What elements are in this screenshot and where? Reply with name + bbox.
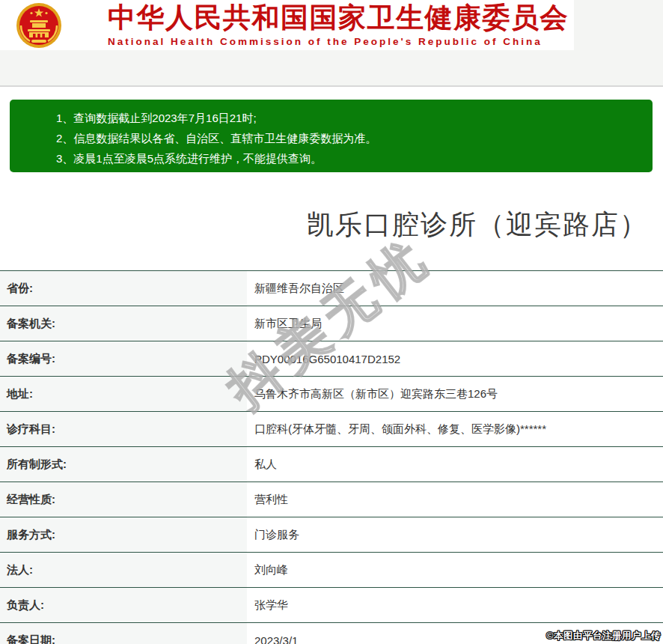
field-value: 刘向峰 bbox=[247, 553, 663, 587]
site-title-chinese: 中华人民共和国国家卫生健康委员会 bbox=[108, 3, 569, 34]
field-value: 新市区卫生局 bbox=[247, 306, 663, 341]
table-row-address: 地址: 乌鲁木齐市高新区（新市区）迎宾路东三巷126号 bbox=[0, 376, 663, 411]
upload-attribution-badge: ©本图由平台注册用户上传 bbox=[546, 630, 661, 643]
field-value: 新疆维吾尔自治区 bbox=[247, 271, 663, 306]
field-value: 营利性 bbox=[247, 482, 663, 517]
field-label: 所有制形式: bbox=[0, 447, 247, 482]
field-value: 门诊服务 bbox=[247, 517, 663, 552]
field-label: 备案编号: bbox=[0, 341, 247, 376]
field-value: 口腔科(牙体牙髓、牙周、颌面外科、修复、医学影像)****** bbox=[247, 412, 663, 446]
table-row-filing-number: 备案编号: PDY00016G65010417D2152 bbox=[0, 341, 663, 376]
clinic-name-title: 凯乐口腔诊所（迎宾路店） bbox=[307, 207, 648, 243]
table-row-filing-authority: 备案机关: 新市区卫生局 bbox=[0, 306, 663, 341]
field-label: 省份: bbox=[0, 271, 247, 306]
table-row-service-mode: 服务方式: 门诊服务 bbox=[0, 517, 663, 552]
field-value: 乌鲁木齐市高新区（新市区）迎宾路东三巷126号 bbox=[247, 377, 663, 411]
table-row-business-nature: 经营性质: 营利性 bbox=[0, 482, 663, 517]
notice-line-1: 1、查询数据截止到2023年7月16日21时; bbox=[56, 108, 645, 128]
table-row-ownership-type: 所有制形式: 私人 bbox=[0, 446, 663, 482]
field-label: 经营性质: bbox=[0, 482, 247, 517]
field-label: 诊疗科目: bbox=[0, 412, 247, 446]
record-table: 省份: 新疆维吾尔自治区 备案机关: 新市区卫生局 备案编号: PDY00016… bbox=[0, 270, 663, 644]
field-label: 备案日期: bbox=[0, 623, 247, 644]
field-label: 法人: bbox=[0, 553, 247, 587]
site-title-english: National Health Commission of the People… bbox=[108, 36, 569, 47]
field-value: 张学华 bbox=[247, 588, 663, 622]
header-titles: 中华人民共和国国家卫生健康委员会 National Health Commiss… bbox=[108, 3, 569, 48]
table-row-legal-person: 法人: 刘向峰 bbox=[0, 552, 663, 587]
table-row-province: 省份: 新疆维吾尔自治区 bbox=[0, 270, 663, 306]
table-row-clinical-departments: 诊疗科目: 口腔科(牙体牙髓、牙周、颌面外科、修复、医学影像)****** bbox=[0, 411, 663, 446]
field-value: PDY00016G65010417D2152 bbox=[247, 341, 663, 376]
notice-line-3: 3、凌晨1点至凌晨5点系统进行维护，不能提供查询。 bbox=[56, 148, 645, 168]
field-label: 备案机关: bbox=[0, 306, 247, 341]
field-value: 私人 bbox=[247, 447, 663, 482]
china-national-emblem-icon bbox=[4, 2, 73, 49]
field-label: 服务方式: bbox=[0, 517, 247, 552]
table-row-person-in-charge: 负责人: 张学华 bbox=[0, 587, 663, 622]
field-label: 负责人: bbox=[0, 588, 247, 622]
site-header: 中华人民共和国国家卫生健康委员会 National Health Commiss… bbox=[0, 0, 574, 50]
emblem-svg bbox=[15, 2, 63, 49]
query-notice-box: 1、查询数据截止到2023年7月16日21时; 2、信息数据结果以各省、自治区、… bbox=[10, 100, 653, 172]
field-label: 地址: bbox=[0, 377, 247, 411]
notice-line-2: 2、信息数据结果以各省、自治区、直辖市卫生健康委数据为准。 bbox=[56, 128, 645, 148]
